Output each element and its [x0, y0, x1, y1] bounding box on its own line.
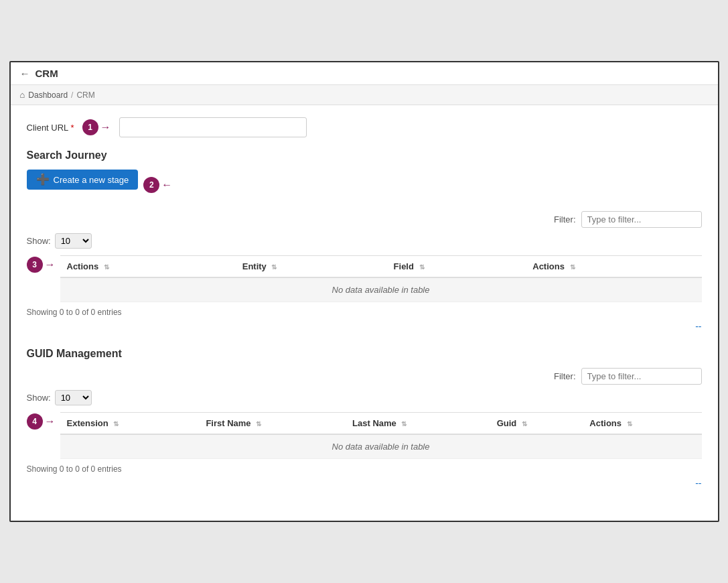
client-url-label: Client URL * [27, 123, 74, 133]
show-select[interactable]: 10 25 50 [55, 233, 92, 249]
top-bar: ← CRM [11, 62, 718, 85]
arrow-3: → [45, 259, 56, 271]
content-area: Client URL * 1 → Search Journey ➕ Create… [11, 105, 718, 521]
search-journey-no-data-cell: No data available in table [60, 277, 702, 302]
back-button[interactable]: ← [20, 68, 30, 79]
arrow-2: ← [161, 179, 172, 191]
sort-actions-2: ⇅ [570, 263, 575, 271]
search-journey-showing: Showing 0 to 0 of 0 entries [27, 308, 702, 317]
search-journey-table-header: Actions ⇅ Entity ⇅ Field ⇅ [60, 256, 702, 278]
guid-management-section: GUID Management Filter: Show: 10 25 50 4 [27, 348, 702, 489]
required-indicator: * [71, 123, 74, 133]
arrow-1: → [100, 121, 111, 133]
home-icon: ⌂ [20, 90, 25, 100]
guid-pagination[interactable]: -- [27, 478, 702, 489]
sort-actions-1: ⇅ [104, 263, 109, 271]
guid-filter-label: Filter: [554, 371, 576, 381]
guid-filter-input[interactable] [581, 368, 702, 385]
arrow-4: → [45, 415, 56, 428]
guid-show-select[interactable]: 10 25 50 [55, 390, 92, 405]
search-journey-section: Search Journey ➕ Create a new stage 2 ← … [27, 149, 702, 332]
guid-no-data-row: No data available in table [60, 434, 702, 459]
sort-extension: ⇅ [113, 420, 119, 428]
col-extension[interactable]: Extension ⇅ [60, 413, 200, 435]
search-journey-pagination[interactable]: -- [27, 321, 702, 332]
sort-entity: ⇅ [271, 263, 277, 271]
search-journey-no-data-row: No data available in table [60, 277, 702, 302]
col-guid-actions[interactable]: Actions ⇅ [583, 413, 701, 435]
sort-guid: ⇅ [522, 420, 527, 428]
badge-1: 1 [82, 119, 98, 135]
plus-icon: ➕ [36, 174, 50, 185]
annotation-3: 3 → [27, 257, 60, 273]
badge-3: 3 [27, 257, 43, 273]
guid-showing: Showing 0 to 0 of 0 entries [27, 464, 702, 474]
breadcrumb: ⌂ Dashboard / CRM [11, 85, 718, 105]
sort-field: ⇅ [419, 263, 425, 271]
sort-last-name: ⇅ [401, 420, 407, 428]
create-btn-row: ➕ Create a new stage 2 ← [27, 170, 702, 200]
show-label: Show: [27, 236, 51, 246]
guid-management-title: GUID Management [27, 348, 702, 360]
col-actions-1[interactable]: Actions ⇅ [60, 256, 236, 278]
page-title: CRM [35, 68, 58, 79]
search-journey-filter-input[interactable] [581, 211, 702, 228]
guid-no-data-cell: No data available in table [60, 434, 702, 459]
guid-table-header: Extension ⇅ First Name ⇅ Last Name ⇅ [60, 413, 702, 435]
main-container: ← CRM ⌂ Dashboard / CRM Client URL * 1 →… [9, 61, 719, 522]
sort-guid-actions: ⇅ [627, 420, 632, 428]
search-journey-filter-row: Filter: [27, 211, 702, 228]
create-new-stage-button[interactable]: ➕ Create a new stage [27, 170, 139, 190]
col-field[interactable]: Field ⇅ [387, 256, 526, 278]
search-journey-filter-label: Filter: [554, 214, 576, 224]
client-url-row: Client URL * 1 → [27, 117, 702, 137]
annotation-4: 4 → [27, 413, 60, 430]
search-journey-table-wrapper: 3 → Actions ⇅ Entity [27, 255, 702, 302]
col-actions-2[interactable]: Actions ⇅ [526, 256, 701, 278]
breadcrumb-sep: / [71, 90, 73, 100]
badge-2: 2 [143, 177, 159, 193]
breadcrumb-dashboard[interactable]: Dashboard [28, 90, 68, 100]
search-journey-title: Search Journey [27, 149, 702, 161]
guid-table-wrapper: 4 → Extension ⇅ First Name [27, 412, 702, 459]
col-first-name[interactable]: First Name ⇅ [199, 413, 346, 435]
col-entity[interactable]: Entity ⇅ [236, 256, 387, 278]
annotation-2: 2 ← [143, 177, 172, 193]
search-journey-table-container: Actions ⇅ Entity ⇅ Field ⇅ [60, 255, 702, 302]
guid-filter-row: Filter: [27, 368, 702, 385]
create-btn-label: Create a new stage [54, 175, 129, 185]
client-url-input[interactable] [119, 117, 307, 137]
search-journey-table: Actions ⇅ Entity ⇅ Field ⇅ [60, 255, 702, 302]
breadcrumb-crm: CRM [76, 90, 94, 100]
guid-table-container: Extension ⇅ First Name ⇅ Last Name ⇅ [60, 412, 702, 459]
annotation-1: 1 → [82, 119, 111, 135]
col-last-name[interactable]: Last Name ⇅ [346, 413, 490, 435]
badge-4: 4 [27, 413, 43, 430]
guid-table: Extension ⇅ First Name ⇅ Last Name ⇅ [60, 412, 702, 459]
col-guid[interactable]: Guid ⇅ [490, 413, 583, 435]
guid-show-row: Show: 10 25 50 [27, 390, 702, 405]
guid-show-label: Show: [27, 393, 51, 403]
sort-first-name: ⇅ [256, 420, 261, 428]
search-journey-show-row: Show: 10 25 50 [27, 233, 702, 249]
